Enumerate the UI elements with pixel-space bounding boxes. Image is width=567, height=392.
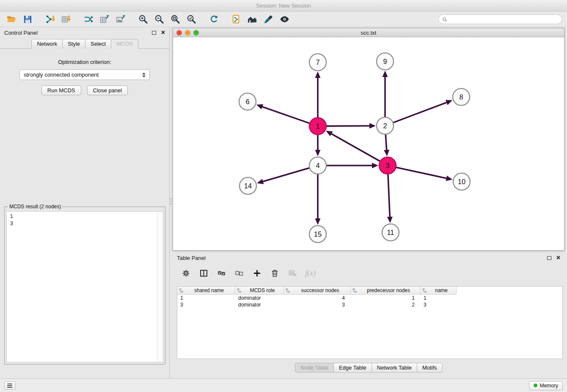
search-input[interactable] [449, 17, 558, 22]
home-icon[interactable] [244, 12, 260, 26]
delete-row-icon[interactable] [269, 268, 281, 279]
network-canvas[interactable]: 7968124314101511 [173, 37, 564, 250]
mcds-result-title: MCDS result (2 nodes) [8, 204, 62, 210]
column-header-predecessor-nodes[interactable]: predecessor nodes [351, 287, 421, 295]
table-cell[interactable]: 1 [351, 295, 421, 301]
table-body: 1dominator4113dominator323 [177, 295, 562, 308]
graph-edge[interactable] [326, 163, 378, 168]
save-session-icon[interactable] [19, 12, 36, 26]
graph-edge[interactable] [256, 104, 310, 123]
graph-edge[interactable] [384, 134, 389, 156]
graph-node-7[interactable]: 7 [309, 54, 326, 71]
zoom-fit-icon[interactable] [167, 12, 183, 26]
settings-gear-icon[interactable] [180, 268, 192, 279]
zoom-selected-icon[interactable] [183, 12, 199, 26]
table-cell[interactable]: 1 [177, 295, 235, 301]
graph-node-3[interactable]: 3 [379, 157, 396, 174]
close-panel-button[interactable]: Close panel [87, 86, 128, 95]
minimize-window-icon[interactable]: − [185, 30, 190, 36]
column-header-successor-nodes[interactable]: successor nodes [284, 287, 351, 295]
share-document-icon[interactable] [228, 12, 244, 26]
svg-text:1: 1 [316, 122, 319, 130]
control-panel-header: Control Panel × [0, 27, 169, 38]
graph-node-14[interactable]: 14 [239, 177, 256, 194]
graph-node-11[interactable]: 11 [382, 224, 399, 241]
optimization-criterion-select[interactable]: strongly connected component [19, 69, 150, 80]
graph-node-10[interactable]: 10 [453, 173, 470, 190]
graph-edge[interactable] [326, 123, 376, 129]
graph-edge[interactable] [396, 167, 453, 181]
close-panel-icon[interactable]: × [161, 29, 165, 36]
select-all-icon[interactable] [216, 268, 227, 279]
graph-edge[interactable] [315, 135, 321, 156]
close-window-icon[interactable]: × [176, 30, 182, 36]
svg-text:14: 14 [244, 182, 252, 190]
tab-network[interactable]: Network [31, 39, 63, 49]
tab-edge-table[interactable]: Edge Table [333, 363, 372, 373]
table-cell[interactable]: dominator [235, 295, 284, 301]
graph-edge[interactable] [315, 72, 321, 118]
graph-node-8[interactable]: 8 [453, 88, 470, 105]
graph-edge[interactable] [393, 100, 453, 123]
table-cell[interactable]: 3 [421, 302, 457, 308]
deselect-all-icon[interactable] [234, 268, 245, 279]
float-window-icon[interactable] [547, 256, 551, 260]
export-table-icon[interactable] [96, 12, 113, 26]
tab-style[interactable]: Style [62, 39, 85, 49]
tab-motifs[interactable]: Motifs [417, 363, 443, 373]
graph-edge[interactable] [315, 174, 321, 225]
search-box[interactable] [438, 14, 562, 24]
graph-node-15[interactable]: 15 [309, 226, 326, 243]
status-list-icon[interactable] [4, 381, 15, 390]
column-header-name[interactable]: name [421, 287, 457, 295]
column-layout-icon[interactable] [198, 268, 209, 279]
column-header-MCDS-role[interactable]: MCDS role [235, 287, 284, 295]
memory-button[interactable]: Memory [529, 381, 563, 390]
graph-edge[interactable] [387, 174, 393, 223]
tab-network-table[interactable]: Network Table [372, 363, 417, 373]
zoom-in-icon[interactable] [135, 12, 151, 26]
graph-edge[interactable] [257, 168, 310, 184]
table-cell[interactable]: 2 [351, 302, 421, 308]
control-panel-body: Optimization criterion: strongly connect… [0, 48, 169, 379]
table-cell[interactable]: 1 [421, 295, 457, 301]
maximize-window-icon[interactable]: + [193, 30, 199, 36]
import-network-icon[interactable] [42, 12, 58, 26]
graph-node-6[interactable]: 6 [239, 93, 256, 110]
graph-node-4[interactable]: 4 [309, 157, 326, 174]
add-row-icon[interactable] [251, 268, 263, 279]
open-file-icon[interactable] [3, 12, 19, 26]
result-scrollbar[interactable] [157, 212, 163, 362]
optimization-criterion-value: strongly connected component [24, 72, 141, 78]
tab-select[interactable]: Select [85, 39, 111, 49]
panel-splitter[interactable] [170, 27, 173, 378]
table-cell[interactable]: 3 [177, 302, 235, 308]
table-cell[interactable]: dominator [235, 302, 284, 308]
table-header-row: shared nameMCDS rolesuccessor nodesprede… [177, 287, 562, 295]
graph-edge[interactable] [383, 71, 388, 117]
tab-node-table[interactable]: Node Table [295, 363, 334, 373]
column-header-shared-name[interactable]: shared name [177, 287, 235, 295]
show-hide-icon[interactable] [276, 12, 292, 26]
refresh-icon[interactable] [206, 12, 222, 26]
table-cell[interactable]: 3 [284, 302, 351, 308]
mcds-result-box: MCDS result (2 nodes) 1 3 [4, 204, 165, 364]
graph-node-2[interactable]: 2 [377, 117, 394, 134]
table-row[interactable]: 1dominator411 [177, 295, 562, 301]
graph-edge[interactable] [326, 131, 380, 161]
import-table-icon[interactable] [58, 12, 74, 26]
style-brush-icon[interactable] [260, 12, 276, 26]
tab-mcds[interactable]: MCDS [111, 39, 138, 49]
table-cell[interactable]: 4 [284, 295, 351, 301]
toolbar-separator [199, 19, 206, 19]
graph-node-1[interactable]: 1 [309, 118, 326, 135]
export-image-icon[interactable] [113, 12, 129, 26]
graph-node-9[interactable]: 9 [377, 53, 394, 70]
zoom-out-icon[interactable] [151, 12, 167, 26]
close-panel-icon[interactable]: × [556, 254, 560, 261]
export-network-icon[interactable] [80, 12, 96, 26]
run-mcds-button[interactable]: Run MCDS [41, 86, 81, 95]
toolbar-separator [74, 19, 80, 19]
table-row[interactable]: 3dominator323 [177, 301, 562, 308]
float-window-icon[interactable] [152, 31, 156, 35]
